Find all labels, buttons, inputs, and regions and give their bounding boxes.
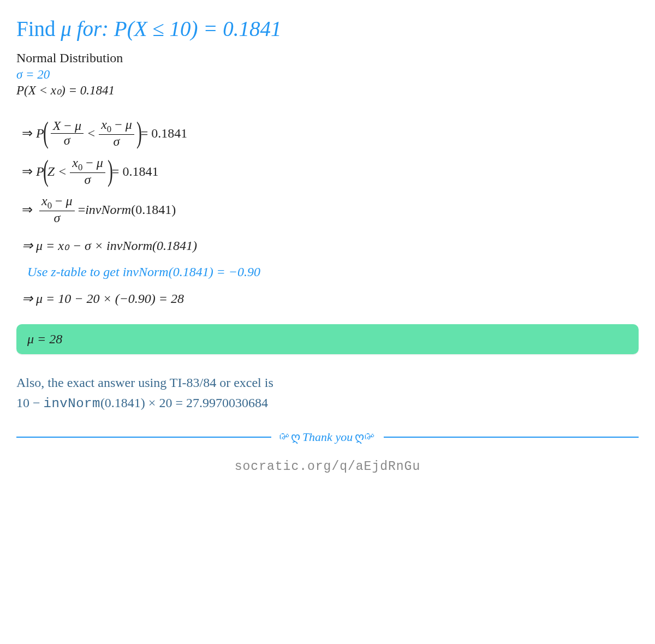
step-4: ⇒ μ = x₀ − σ × invNorm(0.1841) [22, 232, 639, 259]
step-2: ⇒ P ( Z < x0 − μ σ ) = 0.1841 [22, 152, 639, 190]
arrow-icon: ⇒ [22, 164, 33, 179]
step-1: ⇒ P ( X − μ σ < x0 − μ σ ) = 0.1841 [22, 114, 639, 152]
answer-text: μ = 28 [27, 332, 62, 346]
fraction: X − μ σ [51, 119, 84, 147]
invnorm-fn: invNorm [85, 202, 131, 217]
answer-box: μ = 28 [16, 324, 639, 354]
divider-line-left [16, 437, 271, 438]
page-title: Find μ for: P(X ≤ 10) = 0.1841 [16, 16, 639, 41]
swirl-left-icon: ൙ღ [279, 431, 300, 443]
thank-you-text: ൙ღ Thank you ღ൙ [279, 430, 376, 444]
rparen-icon: ) [108, 159, 113, 183]
swirl-right-icon: ღ൙ [355, 431, 376, 443]
title-pre: Find [16, 17, 61, 40]
fraction: x0 − μ σ [99, 118, 134, 148]
equals: = [78, 202, 86, 217]
calc-line-1: Also, the exact answer using TI-83/84 or… [16, 373, 639, 393]
step-3: ⇒ x0 − μ σ = invNorm(0.1841) [22, 190, 639, 229]
calculator-note: Also, the exact answer using TI-83/84 or… [16, 373, 639, 414]
divider-line-right [384, 437, 639, 438]
rparen-icon: ) [136, 121, 142, 145]
step1-rhs: = 0.1841 [141, 126, 188, 141]
subtitle: Normal Distribution [16, 51, 639, 65]
arrow-icon: ⇒ [22, 202, 33, 217]
invnorm-mono: invNorm [44, 396, 100, 411]
prob-line: P(X < x₀) = 0.1841 [16, 83, 639, 98]
step2-rhs: = 0.1841 [112, 164, 159, 179]
fraction: x0 − μ σ [70, 156, 105, 187]
derivation-block: ⇒ P ( X − μ σ < x0 − μ σ ) = 0.1841 ⇒ P … [22, 114, 639, 312]
step-5: ⇒ μ = 10 − 20 × (−0.90) = 28 [22, 285, 639, 312]
fraction: x0 − μ σ [39, 194, 75, 225]
calc-line-2: 10 − invNorm(0.1841) × 20 = 27.997003068… [16, 393, 639, 414]
source-url: socratic.org/q/aEjdRnGu [16, 460, 639, 474]
thank-you-divider: ൙ღ Thank you ღ൙ [16, 430, 639, 444]
lparen-icon: ( [43, 121, 49, 145]
z-table-note: Use z-table to get invNorm(0.1841) = −0.… [27, 265, 639, 279]
arrow-icon: ⇒ [22, 126, 33, 141]
lparen-icon: ( [43, 159, 49, 183]
invnorm-arg: (0.1841) [131, 202, 176, 217]
title-math: μ for: P(X ≤ 10) = 0.1841 [61, 17, 281, 40]
sigma-line: σ = 20 [16, 68, 639, 82]
